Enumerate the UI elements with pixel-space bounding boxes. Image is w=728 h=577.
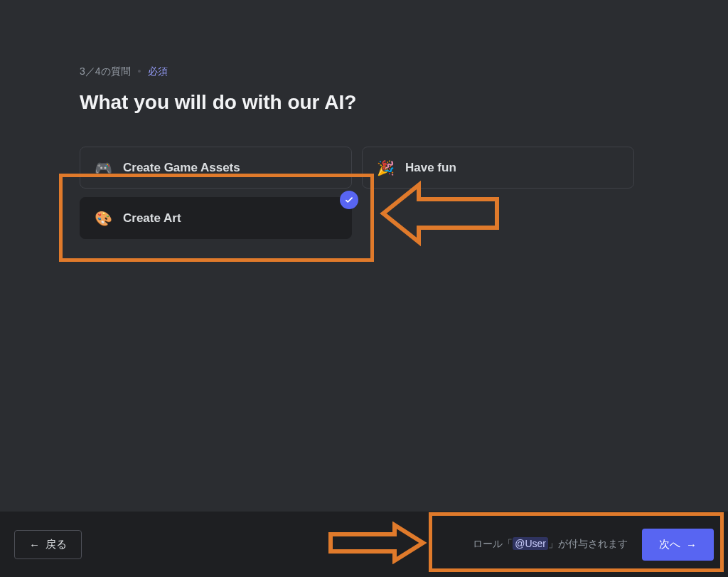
required-label: 必須 <box>148 65 168 77</box>
option-create-art[interactable]: 🎨 Create Art <box>80 197 352 239</box>
option-have-fun[interactable]: 🎉 Have fun <box>362 147 634 189</box>
progress-indicator: 3／4の質問 • 必須 <box>80 65 648 78</box>
next-label: 次へ <box>659 538 680 551</box>
party-icon: 🎉 <box>377 159 394 176</box>
separator-dot: • <box>137 65 141 77</box>
option-label: Have fun <box>405 161 456 175</box>
gamepad-icon: 🎮 <box>95 159 112 176</box>
options-grid: 🎮 Create Game Assets 🎉 Have fun 🎨 Create… <box>80 147 634 239</box>
arrow-right-icon: → <box>686 539 697 551</box>
footer-bar: ← 戻る ロール「@User」が付与されます 次へ → <box>0 512 728 577</box>
option-create-game-assets[interactable]: 🎮 Create Game Assets <box>80 147 352 189</box>
page-title: What you will do with our AI? <box>80 91 648 114</box>
back-button[interactable]: ← 戻る <box>14 530 82 559</box>
role-mention: @User <box>513 537 548 550</box>
check-icon <box>340 191 358 209</box>
back-label: 戻る <box>46 538 67 551</box>
arrow-left-icon: ← <box>29 539 40 551</box>
role-assignment-text: ロール「@User」が付与されます <box>473 538 628 551</box>
option-label: Create Art <box>123 211 181 226</box>
step-text: 3／4の質問 <box>80 65 131 77</box>
option-label: Create Game Assets <box>123 161 240 175</box>
palette-icon: 🎨 <box>95 210 112 227</box>
next-button[interactable]: 次へ → <box>642 529 714 561</box>
